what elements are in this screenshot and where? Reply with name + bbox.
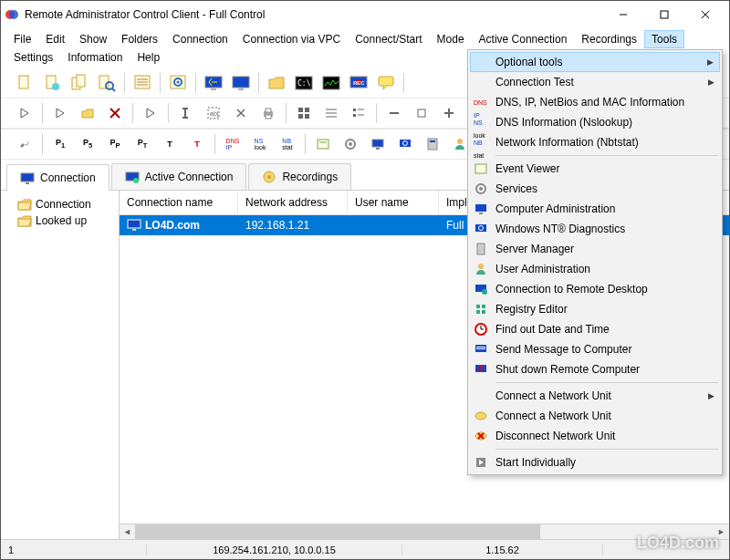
user-icon [474, 262, 488, 276]
menu-item-computer-administration[interactable]: Computer Administration [470, 199, 720, 219]
menu-item-connect-a-network-unit[interactable]: Connect a Network Unit▶ [470, 386, 720, 406]
grid1-icon[interactable] [291, 100, 317, 126]
menu-active-connection[interactable]: Active Connection [472, 30, 575, 48]
svg-point-20 [177, 81, 180, 84]
menu-label: Optional tools [495, 56, 702, 68]
column-header[interactable]: User name [348, 191, 439, 214]
menu-item-connect-a-network-unit[interactable]: Connect a Network Unit [470, 406, 720, 426]
play3-icon[interactable] [138, 100, 163, 126]
play2-icon[interactable] [47, 100, 73, 126]
plus-icon[interactable] [436, 100, 462, 126]
dnsip-icon[interactable]: DNSIP [220, 131, 245, 157]
menu-connect/start[interactable]: Connect/Start [348, 30, 429, 48]
submenu-arrow-icon: ▶ [707, 57, 714, 67]
tool-new-icon[interactable] [12, 70, 37, 96]
pc-icon[interactable] [365, 131, 391, 157]
menu-item-registry-editor[interactable]: Registry Editor [470, 299, 720, 319]
scroll-left-icon[interactable]: ◄ [120, 524, 135, 540]
tool-search-icon[interactable] [94, 70, 120, 96]
tool-cmd-icon[interactable]: C:\ [291, 70, 317, 96]
menu-connection[interactable]: Connection [165, 30, 235, 48]
scroll-thumb[interactable] [135, 524, 540, 540]
menu-item-connection-to-remote-desktop[interactable]: Connection to Remote Desktop [470, 279, 720, 299]
cursor-icon[interactable] [173, 100, 199, 126]
pt-icon[interactable]: PT [130, 131, 155, 157]
menu-item-dns-information-nslookup-[interactable]: NSlookDNS Information (Nslookup) [470, 112, 720, 132]
menu-folders[interactable]: Folders [114, 30, 165, 48]
close2-icon[interactable] [228, 100, 254, 126]
tool-scr1-icon[interactable] [201, 70, 226, 96]
admin-icon [474, 202, 488, 216]
menu-item-shut-down-remote-computer[interactable]: Shut down Remote Computer [470, 359, 720, 379]
menu-edit[interactable]: Edit [38, 30, 72, 48]
menu-item-find-out-date-and-time[interactable]: Find out Date and Time [470, 319, 720, 339]
menu-help[interactable]: Help [130, 48, 167, 67]
menu-item-dns-ip-netbios-and-mac-information[interactable]: DNSIPDNS, IP, NetBios and MAC Informatio… [470, 92, 720, 112]
scroll-right-icon[interactable]: ► [714, 524, 729, 540]
tree-item-looked-up[interactable]: Looked up [5, 213, 115, 229]
menu-file[interactable]: File [6, 30, 38, 48]
diag-icon[interactable] [392, 131, 418, 157]
close-button[interactable] [684, 2, 725, 27]
tool-doc-icon[interactable] [39, 70, 65, 96]
tab-active-connection[interactable]: Active Connection [111, 163, 247, 190]
minus-icon[interactable] [381, 100, 407, 126]
nslook-icon[interactable]: NSlook [247, 131, 273, 157]
menu-item-server-manager[interactable]: Server Manager [470, 239, 720, 259]
print-icon[interactable] [256, 100, 281, 126]
srv-icon[interactable] [420, 131, 445, 157]
tab-recordings[interactable]: Recordings [248, 163, 351, 190]
menu-item-network-information-nbtstat-[interactable]: NBstatNetwork Information (Nbtstat) [470, 132, 720, 152]
p1-icon[interactable]: P1 [47, 131, 73, 157]
tool-folder-icon[interactable] [264, 70, 289, 96]
evt-icon[interactable] [310, 131, 336, 157]
menu-tools[interactable]: Tools [644, 30, 684, 48]
menu-item-send-message-to-computer[interactable]: Send Message to Computer [470, 339, 720, 359]
selall-icon[interactable]: ab| [201, 100, 226, 126]
menu-recordings[interactable]: Recordings [574, 30, 644, 48]
folder-icon [17, 214, 32, 227]
t2-icon[interactable]: T [184, 131, 210, 157]
delete-icon[interactable] [102, 100, 128, 126]
open-folder-icon[interactable] [75, 100, 100, 126]
tool-rec-icon[interactable]: REC [346, 70, 371, 96]
nbstat-icon[interactable]: NBstat [275, 131, 300, 157]
menu-item-connection-test[interactable]: Connection Test▶ [470, 72, 720, 92]
maximize-button[interactable] [643, 2, 684, 27]
p5-icon[interactable]: P5 [75, 131, 100, 157]
menu-mode[interactable]: Mode [430, 30, 472, 48]
tool-chat-icon[interactable] [373, 70, 399, 96]
svc-icon[interactable] [338, 131, 363, 157]
menu-item-disconnect-network-unit[interactable]: Disconnect Network Unit [470, 426, 720, 446]
tool-list-icon[interactable] [130, 70, 155, 96]
menu-item-user-administration[interactable]: User Administration [470, 259, 720, 279]
column-header[interactable]: Network address [238, 191, 348, 214]
t1-icon[interactable]: T [157, 131, 182, 157]
pp-icon[interactable]: PP [102, 131, 128, 157]
tab-icon [262, 170, 276, 184]
menu-item-event-viewer[interactable]: Event Viewer [470, 159, 720, 179]
wrench-icon[interactable] [12, 131, 37, 157]
tool-docs-icon[interactable] [67, 70, 92, 96]
scroll-track[interactable] [135, 524, 714, 540]
menu-item-start-individually[interactable]: Start Individually [470, 452, 720, 472]
list1-icon[interactable] [318, 100, 344, 126]
menu-item-windows-nt-diagnostics[interactable]: Windows NT® Diagnostics [470, 219, 720, 239]
detail-icon[interactable] [346, 100, 371, 126]
tool-scr2-icon[interactable] [228, 70, 254, 96]
tool-task-icon[interactable] [318, 70, 344, 96]
tree-item-connection[interactable]: Connection [5, 196, 115, 213]
menu-settings[interactable]: Settings [6, 48, 60, 67]
menu-item-services[interactable]: Services [470, 179, 720, 199]
menu-information[interactable]: Information [60, 48, 130, 67]
minimize-button[interactable] [602, 2, 643, 27]
menu-item-optional-tools[interactable]: Optional tools▶ [470, 52, 720, 72]
menu-show[interactable]: Show [72, 30, 114, 48]
play-icon[interactable] [12, 100, 37, 126]
column-header[interactable]: Connection name [120, 191, 238, 214]
tool-gear-icon[interactable] [165, 70, 191, 96]
square-icon[interactable] [409, 100, 434, 126]
tab-connection[interactable]: Connection [6, 164, 110, 191]
horizontal-scrollbar[interactable]: ◄ ► [120, 524, 729, 539]
menu-connection-via-vpc[interactable]: Connection via VPC [235, 30, 348, 48]
